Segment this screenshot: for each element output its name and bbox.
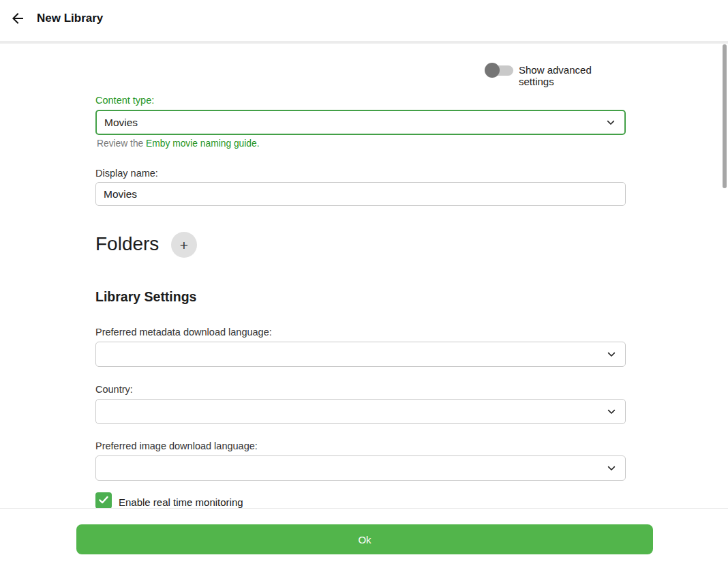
advanced-settings-toggle[interactable] (485, 63, 513, 78)
content-type-value: Movies (104, 117, 138, 129)
folders-heading: Folders (95, 233, 159, 255)
ok-button[interactable]: Ok (76, 524, 653, 554)
metadata-language-select[interactable] (95, 342, 626, 367)
plus-icon: + (180, 238, 188, 252)
chevron-down-icon (605, 406, 618, 418)
add-folder-button[interactable]: + (171, 232, 197, 258)
realtime-monitoring-checkbox[interactable] (95, 492, 112, 509)
image-language-label: Preferred image download language: (95, 440, 258, 451)
library-settings-heading: Library Settings (95, 289, 196, 305)
footer-bar: Ok (0, 508, 728, 568)
display-name-label: Display name: (95, 168, 158, 179)
back-button[interactable] (8, 10, 27, 29)
advanced-settings-row: Show advanced settings (0, 61, 626, 79)
naming-guide-prefix: Review the (97, 138, 146, 149)
chevron-down-icon (605, 462, 618, 475)
image-language-select[interactable] (95, 455, 626, 481)
check-icon (97, 494, 110, 508)
advanced-settings-label: Show advanced settings (519, 64, 626, 87)
arrow-left-icon (10, 10, 26, 29)
realtime-monitoring-label: Enable real time monitoring (119, 496, 243, 508)
toggle-knob (485, 63, 500, 78)
display-name-input[interactable] (95, 182, 626, 206)
naming-guide-link[interactable]: Emby movie naming guide (146, 138, 257, 149)
content-type-select[interactable]: Movies (95, 110, 626, 135)
content-type-label: Content type: (95, 95, 154, 106)
metadata-language-label: Preferred metadata download language: (95, 327, 272, 338)
new-library-page: New Library Show advanced settings Conte… (0, 0, 728, 568)
country-select[interactable] (95, 399, 626, 424)
country-label: Country: (95, 384, 133, 395)
chevron-down-icon (605, 348, 618, 361)
header-divider (0, 41, 728, 44)
header-bar: New Library (0, 0, 728, 41)
naming-guide-helper: Review the Emby movie naming guide. (97, 138, 260, 149)
scrollbar-thumb[interactable] (723, 44, 727, 188)
chevron-down-icon (605, 117, 617, 129)
naming-guide-suffix: . (257, 138, 260, 149)
page-title: New Library (37, 12, 103, 25)
